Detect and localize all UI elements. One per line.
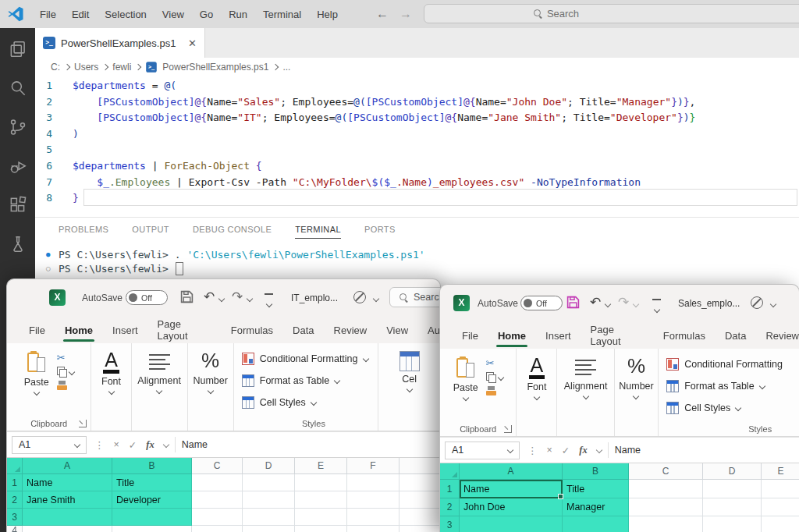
grid-cell[interactable] <box>347 526 400 532</box>
grid-cell[interactable] <box>243 509 295 526</box>
grid-cell[interactable] <box>295 474 347 491</box>
menu-item-file[interactable]: File <box>32 9 64 20</box>
ribbon-tab-file[interactable]: File <box>29 325 45 336</box>
run-debug-icon[interactable] <box>8 156 28 176</box>
grid-cell[interactable] <box>703 498 762 516</box>
format-as-table-button[interactable]: Format as Table <box>242 370 339 392</box>
number-group[interactable]: % Number <box>188 343 234 431</box>
column-header[interactable]: A <box>460 463 563 480</box>
worksheet-grid[interactable]: ABCDEF1NameTitle2Jane SmithDeveloper34 <box>7 458 440 532</box>
code-line[interactable]: 3 [PSCustomObject]@{Name="IT"; Employees… <box>35 110 799 126</box>
code-line[interactable]: 5 <box>35 142 799 158</box>
undo-dropdown-icon[interactable] <box>218 296 225 302</box>
ribbon-tab-file[interactable]: File <box>462 330 478 342</box>
grid-cell[interactable] <box>762 480 799 498</box>
sensitivity-icon[interactable] <box>751 296 763 309</box>
tab-close-icon[interactable]: ✕ <box>188 37 197 49</box>
menu-item-help[interactable]: Help <box>309 9 346 20</box>
grid-cell[interactable] <box>347 509 400 526</box>
grid-cell[interactable] <box>243 491 295 509</box>
ribbon-tab-home[interactable]: Home <box>498 330 526 342</box>
search-sidebar-icon[interactable] <box>8 78 28 98</box>
code-line[interactable]: 7 $_.Employees | Export-Csv -Path "C:\My… <box>35 175 799 191</box>
grid-cell[interactable] <box>192 491 243 509</box>
cancel-icon[interactable]: × <box>547 445 552 456</box>
formula-input[interactable]: Name <box>182 439 208 450</box>
code-line[interactable]: 4) <box>35 126 799 143</box>
grid-cell[interactable]: Manager <box>563 498 629 516</box>
panel-tab-debug-console[interactable]: DEBUG CONSOLE <box>193 225 272 239</box>
column-header[interactable] <box>400 458 441 474</box>
ribbon-tab-review[interactable]: Review <box>765 330 799 342</box>
row-header[interactable]: 4 <box>7 526 23 532</box>
redo-dropdown-icon[interactable] <box>633 301 639 307</box>
nav-back-icon[interactable]: ← <box>376 7 389 21</box>
testing-icon[interactable] <box>8 234 28 254</box>
panel-tab-problems[interactable]: PROBLEMS <box>59 225 108 239</box>
enter-icon[interactable]: ✓ <box>129 439 137 451</box>
redo-dropdown-icon[interactable] <box>247 296 253 302</box>
formula-input[interactable]: Name <box>615 445 641 456</box>
column-header[interactable]: D <box>703 463 762 480</box>
insert-function-icon[interactable]: fx <box>146 439 154 451</box>
grid-cell[interactable] <box>192 474 243 491</box>
vscode-search-box[interactable]: Search <box>424 4 799 23</box>
format-painter-icon[interactable] <box>57 380 68 391</box>
row-header[interactable]: 1 <box>7 474 23 491</box>
grid-cell[interactable] <box>295 491 347 509</box>
grid-cell[interactable] <box>112 509 192 526</box>
panel-tab-output[interactable]: OUTPUT <box>132 225 169 239</box>
ribbon-tab-page-layout[interactable]: Page Layout <box>158 318 211 342</box>
crumb-users[interactable]: Users <box>74 62 98 73</box>
menu-item-view[interactable]: View <box>154 9 192 20</box>
ribbon-tab-formulas[interactable]: Formulas <box>231 325 273 336</box>
grid-cell[interactable] <box>703 480 762 498</box>
save-icon[interactable] <box>180 290 194 303</box>
font-group[interactable]: A Font <box>517 349 557 436</box>
column-header[interactable]: C <box>629 463 703 480</box>
number-group[interactable]: % Number <box>615 349 659 436</box>
nav-forward-icon[interactable]: → <box>400 7 412 21</box>
clipboard-dialog-launcher-icon[interactable] <box>504 425 512 433</box>
grid-cell[interactable] <box>703 516 762 532</box>
grid-cell[interactable]: Name <box>23 474 112 491</box>
autosave-toggle[interactable]: Off <box>126 290 168 305</box>
save-icon[interactable] <box>566 296 580 309</box>
grid-cell[interactable] <box>629 480 703 498</box>
grid-cell[interactable] <box>23 509 112 526</box>
grid-cell[interactable] <box>347 474 400 491</box>
grid-cell[interactable]: Title <box>112 474 192 491</box>
cell-styles-button[interactable]: Cell Styles <box>666 397 740 419</box>
conditional-formatting-button[interactable]: Conditional Formatting <box>242 348 368 370</box>
column-header[interactable]: F <box>347 458 400 474</box>
terminal[interactable]: ●PS C:\Users\fewli> . 'C:\Users\fewli\Po… <box>35 239 799 275</box>
menu-item-terminal[interactable]: Terminal <box>255 9 309 20</box>
alignment-group[interactable]: Alignment <box>557 349 614 436</box>
ribbon-tab-home[interactable]: Home <box>65 325 93 336</box>
column-header[interactable]: B <box>563 463 629 480</box>
ribbon-tab-page-layout[interactable]: Page Layout <box>591 324 644 347</box>
row-header[interactable]: 3 <box>7 509 23 526</box>
quick-access-overflow-icon[interactable] <box>652 299 661 317</box>
column-header[interactable]: B <box>112 458 192 474</box>
grid-cell[interactable] <box>629 516 703 532</box>
grid-cell[interactable] <box>563 516 629 532</box>
grid-cell[interactable] <box>192 526 243 532</box>
grid-cell[interactable] <box>400 474 441 491</box>
panel-tab-terminal[interactable]: TERMINAL <box>295 225 341 239</box>
ribbon-tab-formulas[interactable]: Formulas <box>663 330 705 342</box>
paste-button[interactable]: Paste <box>24 351 49 395</box>
undo-dropdown-icon[interactable] <box>605 301 611 307</box>
column-header[interactable]: E <box>295 458 347 474</box>
explorer-icon[interactable] <box>8 39 28 59</box>
row-header[interactable]: 2 <box>440 498 460 516</box>
excel-window-it[interactable]: X AutoSave Off ↶ ↷ IT_emplo... Search Fi… <box>6 278 441 532</box>
grid-cell[interactable] <box>243 526 295 532</box>
grid-cell[interactable] <box>629 498 703 516</box>
grid-cell[interactable] <box>400 491 441 509</box>
code-line[interactable]: 6$departments | ForEach-Object { <box>35 158 799 175</box>
document-title[interactable]: Sales_emplo... <box>678 298 740 309</box>
select-all-corner[interactable] <box>7 458 23 474</box>
insert-function-icon[interactable]: fx <box>579 445 587 456</box>
worksheet-grid[interactable]: ABCDE1NameTitle2John DoeManager34 <box>440 463 799 532</box>
